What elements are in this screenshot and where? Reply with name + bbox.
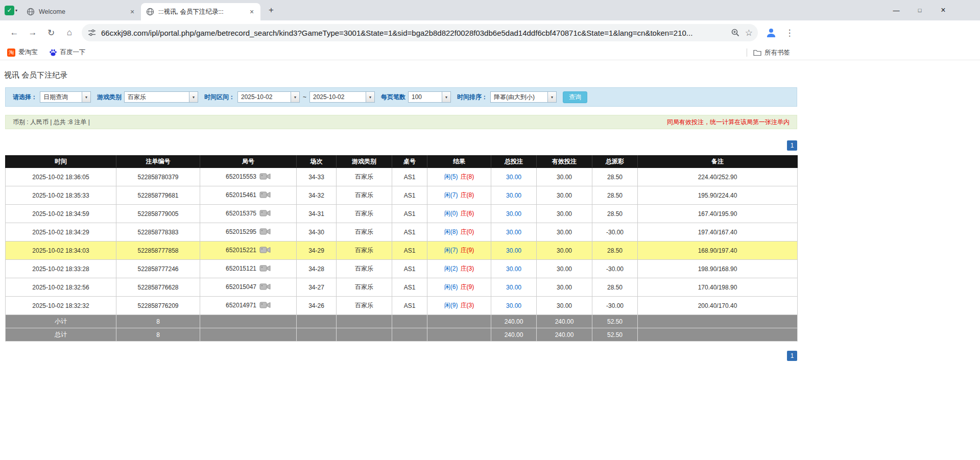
cell-remark: 198.90/168.90 xyxy=(638,260,798,278)
sort-order-select[interactable]: 降幂(由大到小) ▾ xyxy=(490,91,557,103)
date-type-select[interactable]: 日期查询 ▾ xyxy=(40,91,91,103)
pagination-bottom: 1 xyxy=(5,351,797,361)
total-bet-link[interactable]: 30.00 xyxy=(506,210,521,217)
video-replay-icon[interactable] xyxy=(259,301,271,310)
page-button[interactable]: 1 xyxy=(787,351,797,361)
tab-close-icon[interactable]: × xyxy=(247,7,256,16)
home-button[interactable]: ⌂ xyxy=(62,26,77,40)
game-type-select[interactable]: 百家乐 ▾ xyxy=(124,91,198,103)
tab-betrecord[interactable]: :::视讯, 会员下注纪录::: × xyxy=(141,3,260,20)
result-banker: 庄(8) xyxy=(461,173,474,180)
minimize-button[interactable]: — xyxy=(885,0,908,20)
cell-valid-bet: 30.00 xyxy=(537,241,592,260)
cell-valid-bet: 30.00 xyxy=(537,278,592,297)
sort-order-value: 降幂(由大到小) xyxy=(491,92,547,102)
video-replay-icon[interactable] xyxy=(259,246,271,255)
result-player: 闲(6) xyxy=(444,283,458,290)
video-replay-icon[interactable] xyxy=(259,191,271,200)
date-from-select[interactable]: 2025-10-02 ▾ xyxy=(237,91,300,103)
close-button[interactable]: × xyxy=(931,0,955,20)
tab-title: Welcome xyxy=(39,8,125,15)
cell-valid-bet: 30.00 xyxy=(537,168,592,186)
summary-cell xyxy=(427,315,491,328)
page-button[interactable]: 1 xyxy=(787,140,797,151)
column-header: 总投注 xyxy=(491,156,537,168)
forward-button[interactable]: → xyxy=(26,26,40,40)
summary-cell xyxy=(200,328,297,342)
tab-welcome[interactable]: Welcome × xyxy=(21,3,141,20)
cell-valid-bet: 30.00 xyxy=(537,297,592,315)
summary-cell: 52.50 xyxy=(592,328,638,342)
new-tab-button[interactable]: + xyxy=(265,4,278,17)
site-info-icon[interactable] xyxy=(88,29,96,37)
chevron-down-icon[interactable]: ▾ xyxy=(442,92,450,102)
column-header: 游戏类别 xyxy=(337,156,392,168)
column-header: 备注 xyxy=(638,156,798,168)
cell-table-no: AS1 xyxy=(392,278,427,297)
cell-bet-id: 522858776628 xyxy=(116,278,200,297)
bookmark-star-icon[interactable]: ☆ xyxy=(745,28,753,38)
cell-round: 652015295 xyxy=(200,223,297,241)
cell-bet-id: 522858780379 xyxy=(116,168,200,186)
date-to-select[interactable]: 2025-10-02 ▾ xyxy=(309,91,375,103)
cell-total-bet: 30.00 xyxy=(491,241,537,260)
column-header: 注单编号 xyxy=(116,156,200,168)
cell-table-no: AS1 xyxy=(392,168,427,186)
cell-result: 闲(7)庄(9) xyxy=(427,241,491,260)
video-replay-icon[interactable] xyxy=(259,209,271,219)
bookmarks-bar: 淘 爱淘宝 百度一下 所有书签 xyxy=(0,45,980,60)
result-banker: 庄(6) xyxy=(461,210,474,217)
cell-table-no: AS1 xyxy=(392,297,427,315)
summary-cell: 8 xyxy=(116,315,200,328)
cell-game-type: 百家乐 xyxy=(337,278,392,297)
cell-time: 2025-10-02 18:33:28 xyxy=(6,260,116,278)
result-banker: 庄(0) xyxy=(461,228,474,235)
column-header: 时间 xyxy=(6,156,116,168)
cell-payout: -30.00 xyxy=(592,297,638,315)
chevron-down-icon[interactable]: ▾ xyxy=(366,92,374,102)
maximize-button[interactable]: □ xyxy=(908,0,931,20)
browser-menu-button[interactable]: ⋮ xyxy=(783,28,796,38)
video-replay-icon[interactable] xyxy=(259,283,271,292)
zoom-icon[interactable] xyxy=(731,28,740,37)
video-replay-icon[interactable] xyxy=(259,173,271,182)
all-bookmarks-button[interactable]: 所有书签 xyxy=(747,45,790,60)
chevron-down-icon[interactable]: ▾ xyxy=(291,92,299,102)
chevron-down-icon[interactable]: ▾ xyxy=(547,92,556,102)
total-bet-link[interactable]: 30.00 xyxy=(506,265,521,273)
total-bet-link[interactable]: 30.00 xyxy=(506,174,521,181)
result-player: 闲(8) xyxy=(444,228,458,235)
video-replay-icon[interactable] xyxy=(259,264,271,274)
total-bet-link[interactable]: 30.00 xyxy=(506,247,521,254)
per-page-select[interactable]: 100 ▾ xyxy=(408,91,451,103)
result-banker: 庄(9) xyxy=(461,283,474,290)
total-bet-link[interactable]: 30.00 xyxy=(506,284,521,291)
total-bet-link[interactable]: 30.00 xyxy=(506,229,521,236)
page-title: 视讯 会员下注纪录 xyxy=(4,70,980,80)
result-player: 闲(7) xyxy=(444,247,458,254)
back-button[interactable]: ← xyxy=(7,26,21,40)
chevron-down-icon[interactable]: ▾ xyxy=(189,92,198,102)
cell-bet-id: 522858777858 xyxy=(116,241,200,260)
browser-logo-icon[interactable]: ✓ ▾ xyxy=(5,6,17,15)
cell-total-bet: 30.00 xyxy=(491,297,537,315)
game-type-value: 百家乐 xyxy=(125,92,189,102)
cell-valid-bet: 30.00 xyxy=(537,260,592,278)
bookmark-baidu[interactable]: 百度一下 xyxy=(49,48,86,57)
video-replay-icon[interactable] xyxy=(259,228,271,237)
search-button[interactable]: 查询 xyxy=(563,91,587,103)
bookmark-taobao[interactable]: 淘 爱淘宝 xyxy=(7,48,38,57)
globe-icon xyxy=(146,8,154,16)
total-bet-link[interactable]: 30.00 xyxy=(506,192,521,199)
cell-time: 2025-10-02 18:34:29 xyxy=(6,223,116,241)
cell-payout: 28.50 xyxy=(592,186,638,205)
url-bar[interactable]: 66cxkj98.com/ipl/portal.php/game/betreco… xyxy=(82,24,758,41)
chevron-down-icon[interactable]: ▾ xyxy=(82,92,90,102)
cell-table-no: AS1 xyxy=(392,205,427,223)
total-bet-link[interactable]: 30.00 xyxy=(506,302,521,309)
refresh-button[interactable]: ↻ xyxy=(44,26,58,40)
notice-text: 同局有效投注，统一计算在该局第一张注单内 xyxy=(667,118,790,127)
date-type-value: 日期查询 xyxy=(40,92,82,102)
profile-icon[interactable] xyxy=(765,27,777,39)
tab-close-icon[interactable]: × xyxy=(128,7,137,16)
